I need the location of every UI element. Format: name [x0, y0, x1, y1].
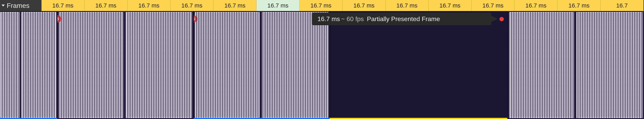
- frame-duration: 16.7 ms: [396, 2, 418, 9]
- frame-duration: 16.7 ms: [182, 2, 202, 9]
- frame-cell[interactable]: 16.7 ms: [558, 0, 600, 11]
- screenshot-thumbnail[interactable]: [330, 11, 508, 119]
- tooltip-status: Partially Presented Frame: [367, 15, 440, 23]
- task-bar-blue: [0, 118, 57, 119]
- frame-duration: 16.7 ms: [310, 2, 332, 9]
- frame-cell[interactable]: 16.7 ms: [84, 0, 128, 11]
- segment-divider: [508, 11, 508, 119]
- frame-duration: 16.7 ms: [52, 2, 74, 9]
- tooltip-fps-hint: ~ 60 fps: [341, 15, 364, 23]
- frame-duration: 16.7 ms: [95, 2, 116, 9]
- screenshot-thumbnail[interactable]: 5: [57, 11, 194, 119]
- frame-cell[interactable]: 16.7 ms: [256, 0, 300, 11]
- frame-duration: 16.7 ms: [482, 2, 504, 9]
- screenshot-thumbnail[interactable]: [508, 11, 644, 119]
- frame-cell[interactable]: 16.7 ms: [386, 0, 428, 11]
- frame-duration: 16.7 ms: [224, 2, 246, 9]
- frame-cell[interactable]: 16.7 ms: [214, 0, 256, 11]
- frame-cell[interactable]: 16.7: [600, 0, 644, 11]
- frame-duration: 16.7 ms: [568, 2, 590, 9]
- frame-duration: 16.7 ms: [440, 2, 460, 9]
- screenshot-thumbnail[interactable]: 5: [194, 11, 330, 119]
- frame-cell[interactable]: 16.7 ms: [428, 0, 472, 11]
- frame-duration: 16.7 ms: [267, 2, 288, 9]
- segment-divider: [57, 11, 58, 119]
- frame-duration: 16.7: [616, 2, 628, 9]
- tooltip-time: 16.7 ms: [318, 15, 340, 23]
- frame-tooltip: 16.7 ms ~ 60 fps Partially Presented Fra…: [312, 13, 491, 25]
- screenshot-thumbnail[interactable]: [0, 11, 57, 119]
- screenshot-filmstrip[interactable]: 5 5 16.7 ms ~ 60 fps Partially Presented…: [0, 11, 644, 119]
- frame-duration: 16.7 ms: [525, 2, 546, 9]
- frames-track-header[interactable]: Frames: [0, 0, 42, 11]
- frame-cell[interactable]: 16.7 ms: [42, 0, 84, 11]
- frames-header-row: Frames 16.7 ms 16.7 ms 16.7 ms 16.7 ms 1…: [0, 0, 644, 11]
- frame-cell[interactable]: 16.7 ms: [170, 0, 214, 11]
- frame-cell[interactable]: 16.7 ms: [514, 0, 558, 11]
- frames-track-label: Frames: [7, 2, 30, 9]
- disclosure-triangle-icon[interactable]: [2, 4, 5, 6]
- segment-divider: [193, 11, 194, 119]
- frame-cell[interactable]: 16.7 ms: [300, 0, 342, 11]
- task-bar-blue: [194, 118, 330, 119]
- frame-cell[interactable]: 16.7 ms: [342, 0, 386, 11]
- segment-divider: [330, 11, 330, 119]
- frame-cell[interactable]: 16.7 ms: [472, 0, 514, 11]
- frame-duration: 16.7 ms: [354, 2, 374, 9]
- frame-cell[interactable]: 16.7 ms: [128, 0, 170, 11]
- frame-duration: 16.7 ms: [138, 2, 160, 9]
- tooltip-pointer-dot-icon: [500, 17, 504, 21]
- task-bar-yellow: [330, 118, 508, 119]
